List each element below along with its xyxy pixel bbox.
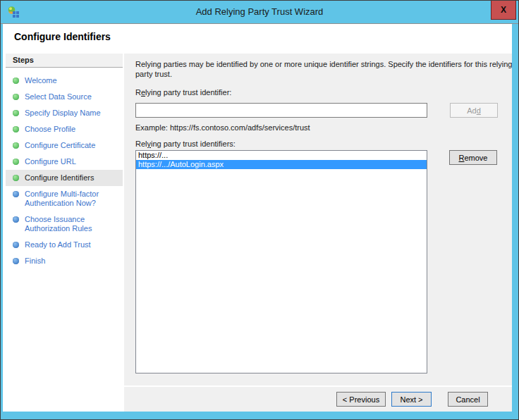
step-done-bullet-icon <box>13 175 19 181</box>
wizard-content: Configure Identifiers Steps WelcomeSelec… <box>3 24 512 412</box>
identifier-input[interactable] <box>135 103 427 118</box>
description-text: Relying parties may be identified by one… <box>135 59 515 79</box>
step-pending-bullet-icon <box>13 242 19 248</box>
step-label: Configure Multi-factor Authentication No… <box>25 190 99 207</box>
step-label: Configure Certificate <box>25 141 95 149</box>
step-pending-bullet-icon <box>13 258 19 264</box>
steps-list: WelcomeSelect Data SourceSpecify Display… <box>6 68 123 269</box>
window-title: Add Relying Party Trust Wizard <box>1 1 518 23</box>
identifier-row[interactable]: https://.../AutoLogin.aspx <box>136 160 427 169</box>
step-pending-bullet-icon <box>13 191 19 197</box>
step-label: Configure Identifiers <box>25 173 94 182</box>
close-icon: X <box>501 6 506 14</box>
identifiers-label: Relying party trust identifiers: <box>135 140 236 148</box>
steps-header: Steps <box>6 54 123 68</box>
step-done-bullet-icon <box>13 94 19 100</box>
identifier-label: Relying party trust identifier: <box>135 88 231 97</box>
page-title: Configure Identifiers <box>14 31 111 42</box>
step-label: Specify Display Name <box>25 109 101 117</box>
step-label: Ready to Add Trust <box>25 240 91 249</box>
step-item: Ready to Add Trust <box>6 237 123 253</box>
add-button[interactable]: Add <box>450 103 498 118</box>
wizard-window: Add Relying Party Trust Wizard X Configu… <box>0 0 519 420</box>
previous-button[interactable]: < Previous <box>336 392 386 407</box>
cancel-button[interactable]: Cancel <box>448 392 488 407</box>
step-item: Finish <box>6 253 123 269</box>
step-done-bullet-icon <box>13 110 19 116</box>
footer: < Previous Next > Cancel <box>124 387 512 412</box>
step-label: Finish <box>25 257 45 265</box>
titlebar-divider <box>1 23 518 24</box>
identifiers-listbox[interactable]: https://...https://.../AutoLogin.aspx <box>135 150 427 373</box>
step-label: Choose Profile <box>25 125 75 133</box>
step-item: Choose Profile <box>6 121 123 137</box>
step-item: Configure Multi-factor Authentication No… <box>6 186 123 211</box>
next-button[interactable]: Next > <box>391 392 432 407</box>
step-item: Configure Certificate <box>6 137 123 154</box>
step-label: Welcome <box>25 76 57 85</box>
step-pending-bullet-icon <box>13 216 19 223</box>
step-item: Select Data Source <box>6 89 123 105</box>
close-button[interactable]: X <box>491 1 516 20</box>
step-item: Configure Identifiers <box>6 170 123 186</box>
steps-sidebar: Steps WelcomeSelect Data SourceSpecify D… <box>6 54 123 412</box>
step-item: Specify Display Name <box>6 105 123 121</box>
step-item: Choose Issuance Authorization Rules <box>6 211 123 237</box>
step-done-bullet-icon <box>13 159 19 165</box>
remove-button[interactable]: Remove <box>449 150 497 165</box>
step-done-bullet-icon <box>13 142 19 149</box>
step-item: Welcome <box>6 73 123 89</box>
step-item: Configure URL <box>6 154 123 170</box>
step-label: Select Data Source <box>25 92 92 101</box>
example-text: Example: https://fs.contoso.com/adfs/ser… <box>135 123 310 132</box>
identifier-row[interactable]: https://... <box>136 151 427 160</box>
step-label: Choose Issuance Authorization Rules <box>25 215 92 233</box>
main-panel: Relying parties may be identified by one… <box>124 54 512 412</box>
step-done-bullet-icon <box>13 78 19 84</box>
step-done-bullet-icon <box>13 126 19 132</box>
titlebar[interactable]: Add Relying Party Trust Wizard X <box>1 1 518 23</box>
step-label: Configure URL <box>25 157 76 166</box>
